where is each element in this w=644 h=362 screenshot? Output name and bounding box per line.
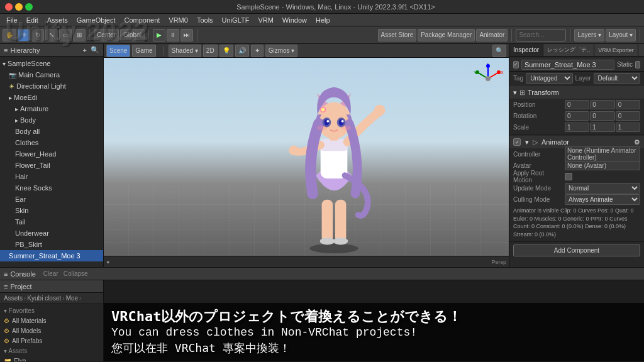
menu-tools[interactable]: Tools [193, 15, 217, 25]
2d-toggle[interactable]: 2D [203, 45, 218, 57]
apply-root-checkbox[interactable] [565, 173, 572, 180]
rot-z[interactable]: 0 [616, 111, 640, 121]
menu-file[interactable]: File [3, 15, 21, 25]
project-elya[interactable]: 📁Elya [0, 356, 103, 361]
object-name-field[interactable] [521, 60, 614, 70]
hierarchy-item[interactable]: 📷 Main Camera [0, 69, 103, 80]
breadcrumb-moe[interactable]: Moe [66, 295, 78, 302]
gizmos-toggle[interactable]: Gizmos ▾ [265, 45, 298, 57]
hierarchy-item[interactable]: ▸ MoeEdi [0, 92, 103, 103]
layers-button[interactable]: Layers ▾ [574, 29, 604, 41]
project-all-materials[interactable]: ⚙All Materials [0, 315, 103, 326]
menu-gameobject[interactable]: GameObject [73, 15, 119, 25]
menu-vrm0[interactable]: VRM0 [165, 15, 192, 25]
scene-search[interactable]: 🔍 [492, 45, 506, 57]
scale-y[interactable]: 1 [590, 123, 614, 132]
audio-toggle[interactable]: 🔊 [235, 45, 249, 57]
fx-toggle[interactable]: ✦ [251, 45, 264, 57]
menu-vrm[interactable]: VRM [254, 15, 277, 25]
project-label: Project [10, 283, 31, 290]
scene-tab[interactable]: Scene [106, 45, 130, 57]
animator-button[interactable]: Animator [476, 29, 508, 41]
hierarchy-item[interactable]: ▾ SampleScene [0, 58, 103, 69]
play-button[interactable]: ▶ [153, 29, 165, 41]
pos-z[interactable]: 0 [616, 100, 640, 109]
object-enabled-checkbox[interactable]: ✓ [513, 61, 519, 69]
console-collapse[interactable]: Collapse [64, 270, 88, 277]
layer-select[interactable]: Default [594, 73, 640, 84]
update-mode-row: Update Mode Normal [509, 182, 644, 194]
hierarchy-item[interactable]: PB_Skirt [0, 239, 103, 250]
package-manager-button[interactable]: Package Manager [418, 29, 475, 41]
hierarchy-item[interactable]: Body all [0, 126, 103, 137]
update-mode-select[interactable]: Normal [565, 183, 640, 194]
culling-select[interactable]: Always Animate [565, 194, 640, 205]
rot-x[interactable]: 0 [565, 111, 589, 121]
animator-enabled-check[interactable]: ✓ [513, 138, 521, 146]
add-component-button[interactable]: Add Component [513, 244, 640, 256]
step-button[interactable]: ⏭ [180, 29, 193, 41]
avatar-value[interactable]: None (Avatar) [565, 161, 640, 170]
project-all-models[interactable]: ⚙All Models [0, 326, 103, 336]
static-checkbox[interactable] [635, 61, 640, 69]
hierarchy-item[interactable]: ▸ Body [0, 114, 103, 126]
global-pivot[interactable]: Global [120, 29, 145, 41]
pos-y[interactable]: 0 [590, 100, 614, 109]
hand-tool[interactable]: ✋ [3, 29, 16, 41]
search-input[interactable] [516, 29, 566, 41]
tab-vrm-exporter[interactable]: VRM Exporter [594, 44, 638, 56]
menu-edit[interactable]: Edit [23, 15, 42, 25]
hierarchy-item[interactable]: Clothes [0, 137, 103, 148]
animator-settings-icon[interactable]: ⚙ [634, 138, 640, 146]
project-all-prefabs[interactable]: ⚙All Prefabs [0, 336, 103, 346]
scale-z[interactable]: 1 [616, 123, 640, 132]
hierarchy-item[interactable]: Flower_Head [0, 148, 103, 160]
hierarchy-item[interactable]: Ear [0, 194, 103, 205]
breadcrumb-kyubi[interactable]: Kyubi closet [27, 295, 61, 302]
scene-view[interactable]: X Y Z [104, 58, 509, 267]
lighting-toggle[interactable]: 💡 [219, 45, 233, 57]
tab-inspector[interactable]: Inspector [509, 44, 543, 56]
shading-mode[interactable]: Shaded ▾ [169, 45, 201, 57]
controller-value[interactable]: None (Runtime Animator Controller) [565, 146, 640, 162]
menu-unigltf[interactable]: UniGLTF [218, 15, 253, 25]
scale-row: Scale 1 1 1 [509, 121, 644, 133]
hierarchy-item[interactable]: Flower_Tail [0, 160, 103, 171]
move-tool[interactable]: ✛ [18, 29, 30, 41]
minimize-btn[interactable] [15, 3, 23, 11]
menu-assets[interactable]: Assets [43, 15, 72, 25]
transform-header[interactable]: ▾ ⊞ Transform [509, 86, 644, 99]
close-btn[interactable] [5, 3, 13, 11]
rotate-tool[interactable]: ↻ [31, 29, 44, 41]
scale-tool[interactable]: ⤡ [45, 29, 58, 41]
hierarchy-item[interactable]: Tail [0, 216, 103, 228]
hierarchy-search-icon[interactable]: 🔍 [91, 46, 99, 54]
hierarchy-item[interactable]: ☀ Directional Light [0, 80, 103, 92]
rect-tool[interactable]: ▭ [59, 29, 72, 41]
hierarchy-item[interactable]: Hair [0, 171, 103, 182]
hierarchy-item[interactable]: Underwear [0, 228, 103, 239]
apply-root-row: Apply Root Motion [509, 171, 644, 182]
multi-tool[interactable]: ⊞ [73, 29, 86, 41]
hierarchy-item[interactable]: Knee Socks [0, 182, 103, 194]
hierarchy-item[interactable]: Skin [0, 205, 103, 216]
rot-y[interactable]: 0 [590, 111, 614, 121]
hierarchy-item[interactable]: ▸ Armature [0, 103, 103, 114]
pause-button[interactable]: ⏸ [167, 29, 179, 41]
hierarchy-add-icon[interactable]: + [83, 47, 87, 54]
scale-x[interactable]: 1 [565, 123, 589, 132]
menu-help[interactable]: Help [312, 15, 334, 25]
maximize-btn[interactable] [25, 3, 33, 11]
hierarchy-item-selected[interactable]: Summer_Streat_Moe 3 [0, 250, 103, 261]
center-pivot[interactable]: Center [94, 29, 119, 41]
tab-vrm-lighting[interactable]: レッシング゛テ.. [543, 44, 594, 56]
console-clear[interactable]: Clear [43, 270, 58, 277]
layout-button[interactable]: Layout ▾ [606, 29, 636, 41]
breadcrumb-assets[interactable]: Assets [4, 295, 23, 302]
game-tab[interactable]: Game [132, 45, 155, 57]
menu-component[interactable]: Component [120, 15, 164, 25]
pos-x[interactable]: 0 [565, 100, 589, 109]
menu-window[interactable]: Window [279, 15, 311, 25]
asset-store-button[interactable]: Asset Store [378, 29, 417, 41]
tag-select[interactable]: Untagged [526, 73, 572, 84]
